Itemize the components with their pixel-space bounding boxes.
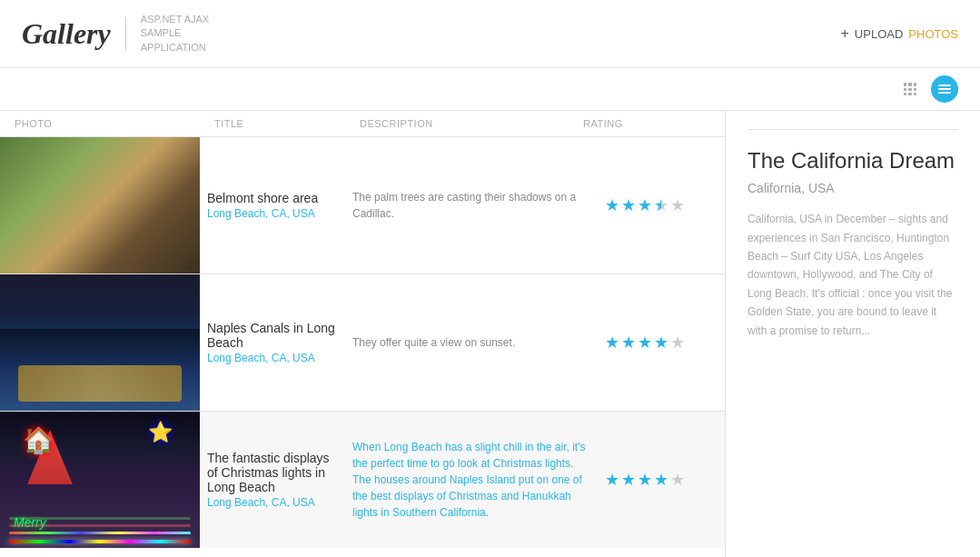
title-cell: Naples Canals in Long Beach Long Beach, …: [200, 310, 345, 375]
sidebar-title: The California Dream: [747, 148, 958, 174]
desc-cell: They offer quite a view on sunset.: [345, 323, 598, 362]
star-1: ★: [605, 470, 619, 490]
star-4: ★: [654, 470, 668, 490]
star-2: ★: [621, 195, 636, 215]
stars: ★ ★ ★ ★ ★: [605, 470, 685, 490]
star-3: ★: [638, 470, 652, 490]
app-subtitle: ASP.NET AJAX SAMPLE APPLICATION: [141, 13, 250, 55]
item-location: Long Beach, CA, USA: [207, 352, 338, 364]
header-divider: [125, 17, 126, 50]
upload-photos-label: PHOTOS: [908, 27, 958, 41]
col-rating: RATING: [583, 118, 710, 129]
table-row: 🏠 ⭐ Merry The fantastic displays of Chri…: [0, 412, 725, 548]
upload-button[interactable]: + UPLOAD PHOTOS: [841, 25, 958, 42]
sidebar: The California Dream California, USA Cal…: [726, 111, 980, 557]
gallery-section: PHOTO TITLE DESCRIPTION RATING Belmont s…: [0, 111, 726, 557]
main-content: PHOTO TITLE DESCRIPTION RATING Belmont s…: [0, 111, 980, 557]
rating-cell: ★ ★ ★ ★ ★: [598, 184, 725, 226]
table-row: Belmont shore area Long Beach, CA, USA T…: [0, 137, 725, 274]
photo-naples[interactable]: [0, 274, 200, 411]
rating-cell: ★ ★ ★ ★ ★: [598, 322, 725, 363]
logo: Gallery: [22, 17, 111, 51]
rating-cell: ★ ★ ★ ★ ★: [598, 459, 725, 501]
stars: ★ ★ ★ ★ ★: [605, 333, 685, 353]
sidebar-subtitle: California, USA: [747, 181, 958, 195]
grid-icon: [904, 83, 916, 95]
star-2: ★: [621, 470, 636, 490]
title-cell: Belmont shore area Long Beach, CA, USA: [200, 180, 345, 231]
table-row: Naples Canals in Long Beach Long Beach, …: [0, 274, 725, 412]
desc-cell: The palm trees are casting their shadows…: [345, 178, 598, 233]
item-title: Naples Canals in Long Beach: [207, 321, 338, 350]
toolbar: [0, 68, 980, 111]
star-5: ★: [670, 470, 685, 490]
star-3: ★: [638, 195, 652, 215]
item-title: The fantastic displays of Christmas ligh…: [207, 451, 338, 494]
table-header: PHOTO TITLE DESCRIPTION RATING: [0, 111, 725, 137]
star-2: ★: [621, 333, 636, 353]
header-left: Gallery ASP.NET AJAX SAMPLE APPLICATION: [22, 13, 250, 55]
app-container: Gallery ASP.NET AJAX SAMPLE APPLICATION …: [0, 0, 980, 557]
title-cell: The fantastic displays of Christmas ligh…: [200, 440, 345, 520]
star-3: ★: [638, 333, 652, 353]
list-icon: [938, 85, 951, 94]
col-description: DESCRIPTION: [360, 118, 583, 129]
sidebar-description: California, USA in December – sights and…: [747, 210, 958, 340]
upload-label: UPLOAD: [855, 27, 903, 41]
grid-view-button[interactable]: [896, 75, 924, 103]
item-location: Long Beach, CA, USA: [207, 496, 338, 509]
desc-cell: When Long Beach has a slight chill in th…: [345, 428, 598, 532]
col-photo: PHOTO: [15, 118, 214, 129]
star-1: ★: [605, 333, 619, 353]
item-title: Belmont shore area: [207, 191, 338, 205]
star-5: ★: [670, 333, 685, 353]
star-4: ★: [654, 195, 668, 215]
star-1: ★: [605, 195, 619, 215]
photo-christmas[interactable]: 🏠 ⭐ Merry: [0, 412, 200, 548]
upload-plus-icon: +: [841, 25, 849, 42]
photo-belmont[interactable]: [0, 137, 200, 274]
star-4: ★: [654, 333, 668, 353]
stars: ★ ★ ★ ★ ★: [605, 195, 685, 215]
item-location: Long Beach, CA, USA: [207, 207, 338, 220]
col-title: TITLE: [214, 118, 360, 129]
header: Gallery ASP.NET AJAX SAMPLE APPLICATION …: [0, 0, 980, 68]
star-5: ★: [670, 195, 685, 215]
sidebar-divider: [747, 129, 958, 130]
list-view-button[interactable]: [931, 75, 958, 103]
